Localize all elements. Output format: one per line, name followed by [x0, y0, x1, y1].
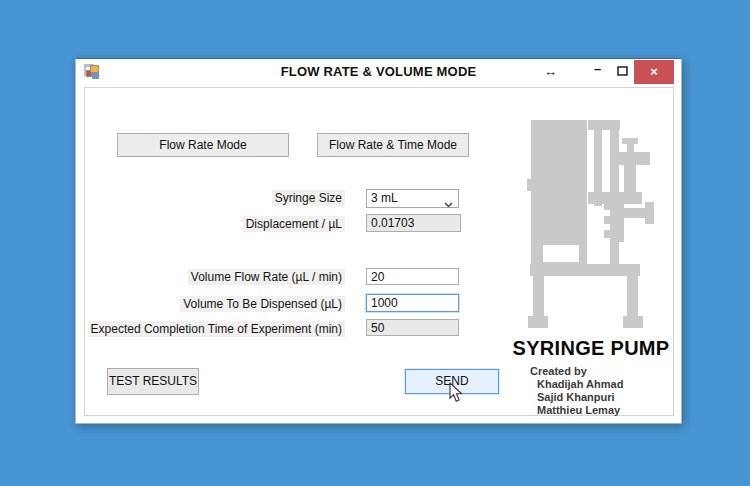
credits-block: Created by Khadijah Ahmad Sajid Khanpuri…	[530, 365, 623, 417]
syringe-size-label: Syringe Size	[272, 190, 345, 206]
credits-title: Created by	[530, 365, 623, 378]
flow-rate-field[interactable]	[366, 268, 459, 285]
minimize-button[interactable]: –	[594, 60, 601, 78]
flow-rate-label: Volume Flow Rate (µL / min)	[188, 269, 345, 285]
title-bar: FLOW RATE & VOLUME MODE ↔ – ×	[76, 59, 681, 85]
displacement-label: Displacement / µL	[243, 216, 345, 232]
window-title: FLOW RATE & VOLUME MODE	[76, 64, 681, 79]
maximize-icon	[617, 66, 628, 76]
close-button[interactable]: ×	[634, 60, 674, 84]
syringe-size-value: 3 mL	[371, 191, 398, 205]
chevron-down-icon	[444, 196, 453, 213]
syringe-size-select[interactable]: 3 mL	[366, 189, 459, 208]
maximize-button[interactable]	[617, 63, 628, 81]
completion-time-field[interactable]	[366, 319, 459, 336]
credit-name: Sajid Khanpuri	[530, 391, 623, 404]
app-window: FLOW RATE & VOLUME MODE ↔ – × Flow Rate …	[75, 58, 682, 424]
volume-field[interactable]	[366, 294, 459, 312]
flow-rate-time-mode-button[interactable]: Flow Rate & Time Mode	[317, 133, 469, 157]
completion-time-label: Expected Completion Time of Experiment (…	[88, 321, 345, 337]
resize-icon[interactable]: ↔	[544, 63, 557, 81]
syringe-pump-illustration	[526, 118, 656, 330]
product-title: SYRINGE PUMP	[506, 337, 676, 360]
volume-label: Volume To Be Dispensed (µL)	[180, 296, 345, 312]
test-results-button[interactable]: TEST RESULTS	[107, 368, 199, 395]
flow-rate-mode-button[interactable]: Flow Rate Mode	[117, 133, 289, 157]
content-panel: Flow Rate Mode Flow Rate & Time Mode Syr…	[84, 87, 674, 416]
mouse-cursor-icon	[449, 382, 464, 403]
credit-name: Khadijah Ahmad	[530, 378, 623, 391]
credit-name: Matthieu Lemay	[530, 404, 623, 417]
displacement-field[interactable]	[366, 214, 461, 232]
